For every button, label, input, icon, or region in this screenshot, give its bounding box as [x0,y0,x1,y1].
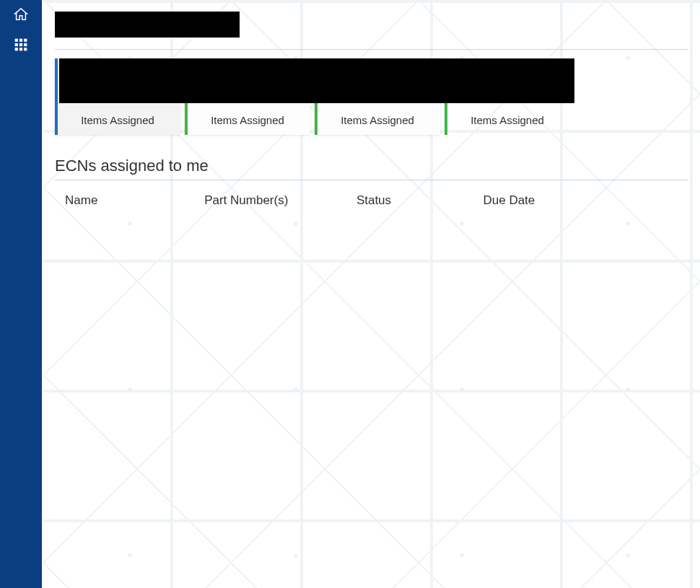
svg-rect-8 [24,48,27,51]
ecn-table: Name Part Number(s) Status Due Date [55,186,688,215]
svg-rect-4 [19,43,22,45]
sidebar-apps[interactable] [0,30,42,61]
tiles-top-redacted [59,58,574,103]
main-content: Items Assigned Items Assigned Items Assi… [43,0,700,588]
table-header-row: Name Part Number(s) Status Due Date [55,186,688,215]
section-heading: ECNs assigned to me [55,157,688,175]
svg-rect-0 [15,38,18,41]
svg-rect-7 [19,48,22,51]
section-divider [55,180,688,180]
svg-rect-6 [15,48,18,51]
svg-rect-5 [24,43,27,45]
header-divider [55,49,688,50]
apps-grid-icon [14,38,28,54]
tile-label: Items Assigned [55,114,180,126]
tile-label: Items Assigned [445,114,570,126]
sidebar [0,0,42,588]
page-header [55,0,688,49]
col-name[interactable]: Name [55,186,194,215]
svg-rect-3 [15,43,18,45]
tile-label: Items Assigned [315,114,440,126]
home-icon [13,6,29,25]
svg-rect-1 [19,38,22,41]
tile-label: Items Assigned [185,114,310,126]
col-part-number[interactable]: Part Number(s) [194,186,346,215]
page-title-redacted [55,12,240,38]
sidebar-home[interactable] [0,0,42,30]
col-status[interactable]: Status [346,186,473,215]
summary-tiles-row: Items Assigned Items Assigned Items Assi… [55,58,574,135]
col-due-date[interactable]: Due Date [473,186,688,215]
svg-rect-2 [24,38,27,41]
